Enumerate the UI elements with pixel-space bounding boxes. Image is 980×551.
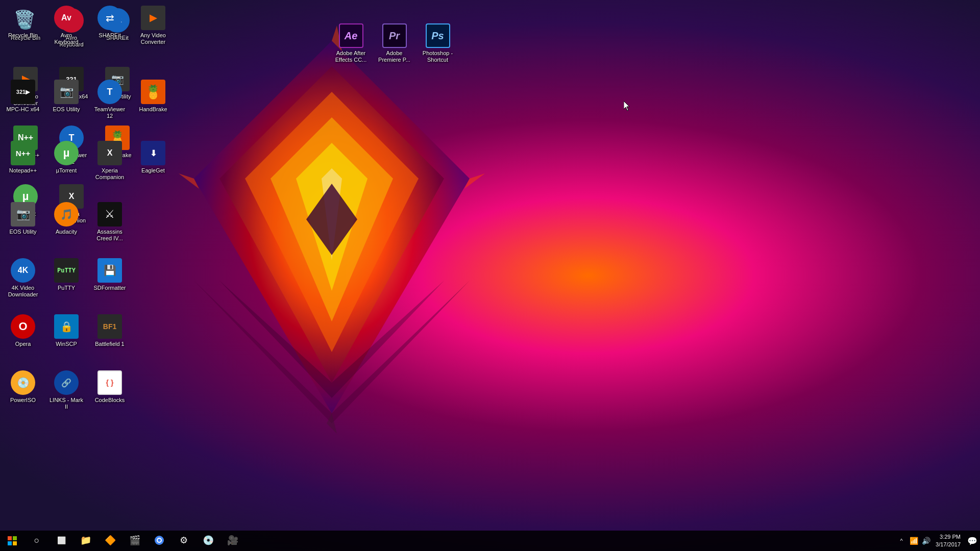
battlefield1-icon: BF1 <box>97 314 122 339</box>
volume-icon: 🔊 <box>922 537 930 545</box>
eagleget-icon: ⬇ <box>141 141 165 165</box>
audacity-icon: 🎵 <box>54 202 79 227</box>
notepadpp-label: Notepad++ <box>9 167 37 174</box>
taskbar-search-button[interactable]: ○ <box>24 531 49 551</box>
icon-shareit[interactable]: ⇄ SHAREit <box>89 3 130 42</box>
icon-eos-utility3[interactable]: 📷 EOS Utility <box>46 77 87 116</box>
icon-recycle-bin[interactable]: 🗑️ Recycle Bin <box>3 3 43 42</box>
icon-notepadpp[interactable]: N++ Notepad++ <box>3 138 43 177</box>
media-icon: 🎬 <box>129 535 140 546</box>
mpc-hc-label: MPC-HC x64 <box>7 106 40 113</box>
recycle-bin-icon: 🗑️ <box>11 6 35 30</box>
eagleget-label: EagleGet <box>141 167 165 174</box>
avro-icon: Av <box>54 6 79 30</box>
icon-eos-utility2[interactable]: 📷 EOS Utility <box>3 199 43 238</box>
shareit-icon: ⇄ <box>97 6 122 30</box>
links-mark-ii-icon: 🔗 <box>54 370 79 395</box>
teamviewer-label: TeamViewer 12 <box>91 106 128 119</box>
taskbar-obs-button[interactable]: 🎥 <box>220 531 245 551</box>
utorrent-icon: µ <box>54 141 79 165</box>
icon-teamviewer[interactable]: T TeamViewer 12 <box>89 77 130 122</box>
xperia-label: Xperia Companion <box>91 167 128 181</box>
chrome-icon <box>154 535 164 545</box>
vlc-icon: 🔶 <box>105 535 116 546</box>
taskbar-chrome-button[interactable] <box>147 531 172 551</box>
teamviewer-icon: T <box>97 80 122 104</box>
poweriso-label: PowerISO <box>10 397 36 404</box>
icon-4kvideo[interactable]: 4K 4K Video Downloader <box>3 255 43 301</box>
taskbar-media-button[interactable]: 🎬 <box>122 531 147 551</box>
poweriso-icon: 💿 <box>11 370 35 395</box>
icon-handbrake[interactable]: 🍍 HandBrake <box>133 77 174 116</box>
icon-codeblocks[interactable]: { } CodeBlocks <box>89 367 130 407</box>
shareit-label: SHAREit <box>99 32 120 39</box>
icon-sdformatter[interactable]: 💾 SDFormatter <box>89 255 130 294</box>
opera-icon: O <box>11 314 35 339</box>
icon-utorrent[interactable]: µ µTorrent <box>46 138 87 177</box>
adobe-ps-icon: Ps <box>426 23 450 48</box>
taskbar-file-explorer-button[interactable]: 📁 <box>74 531 98 551</box>
icon-adobe-pr[interactable]: Pr Adobe Premiere P... <box>373 20 416 66</box>
taskbar-vlc-button[interactable]: 🔶 <box>98 531 122 551</box>
mpc-hc-icon: 321▶ <box>11 80 35 104</box>
taskbar-task-view-button[interactable]: ⬜ <box>49 531 74 551</box>
daemon-icon: 💿 <box>203 535 214 546</box>
opera-label: Opera <box>15 341 31 347</box>
svg-rect-15 <box>13 536 17 540</box>
ce-icon: ⚙ <box>180 535 188 546</box>
avro-label: Avro Keyboard <box>48 32 85 45</box>
svg-rect-16 <box>8 541 12 545</box>
icon-mpc-hc[interactable]: 321▶ MPC-HC x64 <box>3 77 43 116</box>
4kvideo-label: 4K Video Downloader <box>5 285 41 298</box>
notification-center-button[interactable]: 💬 <box>965 531 980 551</box>
icon-any-video[interactable]: ▶ Any Video Converter <box>133 3 174 48</box>
icon-winscp[interactable]: 🔒 WinSCP <box>46 311 87 350</box>
icon-aciv[interactable]: ⚔ Assassins Creed IV... <box>89 199 130 245</box>
system-tray: ^ 📶 🔊 <box>896 531 932 551</box>
icon-eagleget[interactable]: ⬇ EagleGet <box>133 138 174 177</box>
audacity-label: Audacity <box>56 229 77 235</box>
adobe-ae-icon: Ae <box>339 23 363 48</box>
clock-time: 3:29 PM <box>940 533 961 541</box>
putty-icon: PuTTY <box>54 258 79 283</box>
handbrake-icon: 🍍 <box>141 80 165 104</box>
icon-audacity[interactable]: 🎵 Audacity <box>46 199 87 238</box>
sdformatter-label: SDFormatter <box>94 285 126 291</box>
sdformatter-icon: 💾 <box>97 258 122 283</box>
icon-xperia[interactable]: X Xperia Companion <box>89 138 130 184</box>
recycle-bin-label: Recycle Bin <box>8 32 38 39</box>
any-video-label: Any Video Converter <box>135 32 172 45</box>
putty-label: PuTTY <box>58 285 75 291</box>
tray-volume-button[interactable]: 🔊 <box>920 531 932 551</box>
svg-rect-14 <box>8 536 12 540</box>
icon-opera[interactable]: O Opera <box>3 311 43 350</box>
svg-rect-17 <box>13 541 17 545</box>
icon-battlefield1[interactable]: BF1 Battlefield 1 <box>89 311 130 350</box>
network-icon: 📶 <box>910 537 918 545</box>
links-mark-ii-label: LINKS - Mark II <box>48 397 85 410</box>
adobe-ps-label: Photoshop - Shortcut <box>418 50 457 63</box>
obs-icon: 🎥 <box>227 535 238 546</box>
start-button[interactable] <box>0 531 24 551</box>
tray-network-button[interactable]: 📶 <box>908 531 919 551</box>
handbrake-label: HandBrake <box>139 106 167 113</box>
adobe-pr-icon: Pr <box>382 23 407 48</box>
icon-putty[interactable]: PuTTY PuTTY <box>46 255 87 294</box>
taskbar-ce-button[interactable]: ⚙ <box>172 531 196 551</box>
windows-logo-icon <box>8 536 17 545</box>
icon-adobe-ae[interactable]: Ae Adobe After Effects CC... <box>329 20 373 66</box>
icon-avro[interactable]: Av Avro Keyboard <box>46 3 87 48</box>
adobe-pr-label: Adobe Premiere P... <box>375 50 414 63</box>
taskbar-clock[interactable]: 3:29 PM 3/17/2017 <box>932 531 965 551</box>
utorrent-label: µTorrent <box>56 167 77 174</box>
tray-chevron-button[interactable]: ^ <box>896 531 907 551</box>
any-video-icon: ▶ <box>141 6 165 30</box>
icon-poweriso[interactable]: 💿 PowerISO <box>3 367 43 407</box>
taskbar-daemon-button[interactable]: 💿 <box>196 531 220 551</box>
icon-links-mark-ii[interactable]: 🔗 LINKS - Mark II <box>46 367 87 413</box>
icon-adobe-ps[interactable]: Ps Photoshop - Shortcut <box>416 20 459 66</box>
codeblocks-label: CodeBlocks <box>95 397 125 404</box>
winscp-label: WinSCP <box>56 341 77 347</box>
file-explorer-icon: 📁 <box>80 535 91 546</box>
codeblocks-icon: { } <box>97 370 122 395</box>
